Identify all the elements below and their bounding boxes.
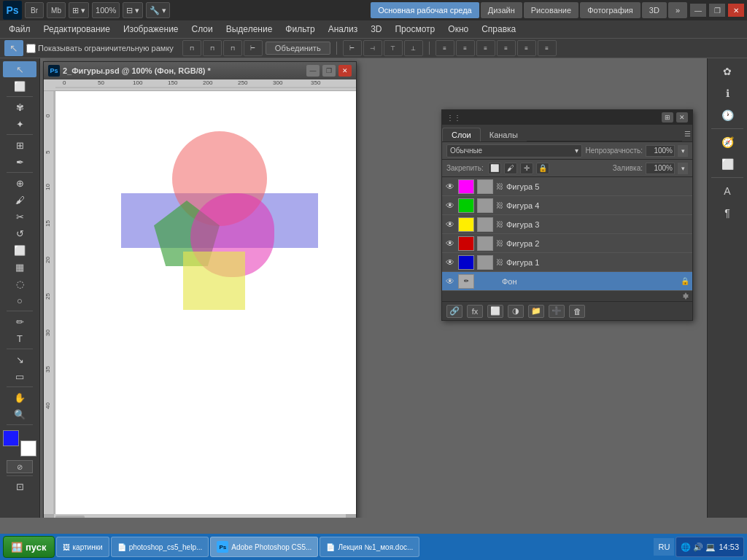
fill-value[interactable]: 100% [646, 163, 675, 174]
doc-hscroll[interactable]: ◀ ▶ [44, 514, 356, 518]
taskbar-btn-photoshop[interactable]: Ps Adobe Photoshop CS5... [210, 537, 318, 557]
align-right-btn[interactable]: ⊓ [223, 40, 242, 56]
char-btn[interactable]: A [717, 181, 738, 201]
menu-file[interactable]: Файл [3, 23, 36, 36]
layout-dropdown[interactable]: ⊟ ▾ [123, 2, 143, 18]
scroll-thumb-h[interactable] [55, 516, 85, 518]
distribute-m-btn[interactable]: ⊥ [404, 40, 423, 56]
menu-filter[interactable]: Фильтр [279, 23, 320, 36]
brush-tool[interactable]: 🖌 [3, 192, 36, 208]
path-select-tool[interactable]: ↘ [3, 351, 36, 368]
info-btn[interactable]: ℹ [717, 83, 738, 104]
quick-mask-btn[interactable]: ⊘ [7, 460, 33, 473]
move-tool[interactable]: ↖ [3, 61, 36, 77]
menu-analyze[interactable]: Анализ [322, 23, 364, 36]
lock-all-btn[interactable]: 🔒 [536, 163, 549, 174]
swatches-btn[interactable]: ⬜ [717, 154, 738, 174]
gradient-tool[interactable]: ▦ [3, 259, 36, 275]
panel-close-btn[interactable]: ✕ [676, 112, 688, 122]
menu-layers[interactable]: Слои [186, 23, 219, 36]
taskbar-btn-doc[interactable]: 📄 Лекция №1_моя.doc... [320, 537, 419, 557]
align-v1-btn[interactable]: ≡ [436, 40, 454, 56]
workspace-tab-photo[interactable]: Фотография [580, 2, 640, 18]
arrange-dropdown[interactable]: ⊞ ▾ [69, 2, 89, 18]
show-bounds-checkbox[interactable] [26, 44, 36, 53]
paragraph-btn[interactable]: ¶ [717, 203, 738, 223]
distribute-h-btn[interactable]: ⊢ [343, 40, 362, 56]
workspace-tab-design[interactable]: Дизайн [481, 2, 522, 18]
distribute-c-btn[interactable]: ⊤ [384, 40, 403, 56]
history-tool[interactable]: ↺ [3, 225, 36, 241]
healing-tool[interactable]: ⊕ [3, 175, 36, 191]
workspace-tab-paint[interactable]: Рисование [524, 2, 578, 18]
scroll-right-btn[interactable]: ▶ [346, 514, 356, 518]
layer-item-fon[interactable]: 👁 ✏ Фон 🔒 [442, 272, 692, 291]
layer-item-figura4[interactable]: 👁 ⛓ Фигура 4 [442, 196, 692, 215]
minibrige-btn[interactable]: Mb [47, 2, 66, 18]
doc-maximize-btn[interactable]: ❐ [322, 65, 336, 77]
tool-preset-dropdown[interactable]: 🔧 ▾ [146, 2, 170, 18]
align-v6-btn[interactable]: ≡ [538, 40, 557, 56]
screen-mode-btn[interactable]: ⊡ [3, 478, 36, 494]
add-mask-btn[interactable]: ⬜ [487, 305, 503, 318]
navigator-btn[interactable]: 🧭 [717, 132, 738, 152]
bridge-btn[interactable]: Br [25, 2, 44, 18]
lock-position-btn[interactable]: ✛ [520, 163, 533, 174]
lasso-tool[interactable]: ✾ [3, 99, 36, 115]
history-panel-btn[interactable]: 🕐 [717, 105, 738, 125]
opacity-value[interactable]: 100% [646, 145, 675, 157]
menu-3d[interactable]: 3D [365, 23, 387, 36]
clone-tool[interactable]: ✂ [3, 209, 36, 225]
panel-menu-btn[interactable]: ☰ [682, 125, 692, 141]
workspace-tab-3d[interactable]: 3D [642, 2, 667, 18]
foreground-color-swatch[interactable] [3, 430, 19, 446]
layer-eye-figura3[interactable]: 👁 [445, 219, 455, 230]
app-close-btn[interactable]: ✕ [728, 4, 744, 17]
taskbar-btn-pictures[interactable]: 🖼 картинки [56, 537, 109, 557]
app-maximize-btn[interactable]: ❐ [709, 4, 725, 17]
menu-edit[interactable]: Редактирование [38, 23, 116, 36]
align-v3-btn[interactable]: ≡ [476, 40, 495, 56]
menu-image[interactable]: Изображение [117, 23, 185, 36]
menu-select[interactable]: Выделение [220, 23, 279, 36]
add-group-btn[interactable]: 📁 [528, 305, 544, 318]
type-tool[interactable]: T [3, 330, 36, 346]
menu-window[interactable]: Окно [442, 23, 474, 36]
layer-eye-figura2[interactable]: 👁 [445, 238, 455, 249]
panel-float-btn[interactable]: ⊞ [662, 112, 673, 122]
color-swatch-area[interactable] [3, 430, 36, 456]
blend-mode-dropdown[interactable]: Обычные ▾ [446, 144, 582, 158]
align-v5-btn[interactable]: ≡ [517, 40, 536, 56]
align-v2-btn[interactable]: ≡ [456, 40, 475, 56]
fill-arrow-btn[interactable]: ▾ [678, 163, 688, 174]
layers-tab-channels[interactable]: Каналы [481, 128, 527, 141]
shape-tool[interactable]: ▭ [3, 368, 36, 384]
zoom-tool[interactable]: 🔍 [3, 406, 36, 422]
layer-item-figura3[interactable]: 👁 ⛓ Фигура 3 [442, 215, 692, 234]
eraser-tool[interactable]: ⬜ [3, 242, 36, 258]
scroll-left-btn[interactable]: ◀ [44, 514, 54, 518]
start-button[interactable]: 🪟 пуск [3, 536, 55, 558]
app-minimize-btn[interactable]: — [690, 4, 706, 17]
workspace-tab-main[interactable]: Основная рабочая среда [371, 2, 479, 18]
lock-transparent-btn[interactable]: ⬜ [488, 163, 501, 174]
fx-btn[interactable]: fx [467, 305, 483, 318]
doc-close-btn[interactable]: ✕ [338, 65, 352, 77]
dodge-tool[interactable]: ○ [3, 292, 36, 308]
add-adjustment-btn[interactable]: ◑ [508, 305, 524, 318]
add-layer-btn[interactable]: ➕ [549, 305, 565, 318]
eyedropper-tool[interactable]: ✒ [3, 154, 36, 170]
menu-view[interactable]: Просмотр [389, 23, 441, 36]
layer-eye-figura5[interactable]: 👁 [445, 182, 455, 192]
layer-eye-figura4[interactable]: 👁 [445, 201, 455, 211]
menu-help[interactable]: Справка [476, 23, 522, 36]
align-left-btn[interactable]: ⊓ [182, 40, 201, 56]
hand-tool[interactable]: ✋ [3, 389, 36, 405]
pen-tool[interactable]: ✏ [3, 314, 36, 330]
layer-item-figura2[interactable]: 👁 ⛓ Фигура 2 [442, 234, 692, 253]
doc-canvas[interactable] [55, 91, 356, 514]
layer-eye-figura1[interactable]: 👁 [445, 257, 455, 268]
doc-minimize-btn[interactable]: — [306, 65, 320, 77]
zoom-dropdown[interactable]: 100% [92, 2, 120, 18]
notes-btn[interactable]: ✿ [717, 61, 738, 82]
